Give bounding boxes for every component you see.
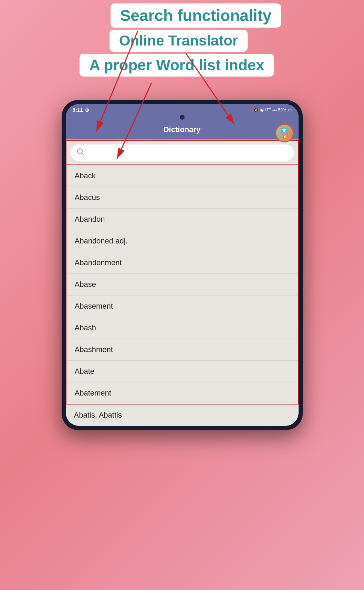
camera-dot [180, 115, 185, 120]
search-icon [77, 148, 84, 158]
status-right: 🔇 ◉ LTE ▪▪▪ 59% ▭ [253, 108, 291, 112]
list-item[interactable]: Abandoned adj. [66, 230, 298, 252]
list-item[interactable]: Abate [66, 361, 298, 382]
list-item[interactable]: Abandonment [66, 252, 298, 274]
list-item[interactable]: Abase [66, 274, 298, 296]
app-title: Dictionary [164, 125, 201, 134]
list-item-last[interactable]: Abatis, Abattis [66, 404, 299, 426]
status-time: 8:11 [73, 107, 83, 113]
svg-line-4 [82, 153, 84, 155]
online-translator-label: Online Translator [110, 30, 248, 52]
phone-screen: 8:11 ⊕ 🔇 ◉ LTE ▪▪▪ 59% ▭ Dictionary 文 A [66, 104, 299, 426]
camera-notch-area [66, 115, 299, 122]
signal-icon: ▪▪▪ [272, 108, 277, 112]
list-item[interactable]: Abandon [66, 209, 298, 230]
list-item[interactable]: Aback [66, 165, 298, 187]
wifi-icon: ◉ [260, 108, 263, 112]
list-item[interactable]: Abasement [66, 296, 298, 317]
search-container [66, 140, 299, 165]
list-item[interactable]: Abacus [66, 187, 298, 209]
translate-button[interactable]: 文 A [275, 124, 294, 142]
app-header: Dictionary 文 A [66, 122, 299, 139]
list-item[interactable]: Abash [66, 317, 298, 339]
list-item[interactable]: Abatement [66, 382, 298, 404]
translate-icon-chinese: 文 [281, 128, 288, 133]
search-box[interactable] [71, 144, 294, 161]
search-functionality-label: Search functionality [111, 3, 281, 28]
word-list: Aback Abacus Abandon Abandoned adj. Aban… [66, 165, 299, 404]
search-input[interactable] [89, 149, 288, 157]
whatsapp-icon: ⊕ [85, 107, 89, 113]
mute-icon: 🔇 [253, 108, 259, 112]
lte-icon: LTE [265, 108, 271, 112]
translate-icon: 文 A [281, 128, 288, 139]
battery-level: 59% [278, 108, 286, 112]
status-bar: 8:11 ⊕ 🔇 ◉ LTE ▪▪▪ 59% ▭ [66, 104, 299, 115]
list-item[interactable]: Abashment [66, 339, 298, 361]
status-left: 8:11 ⊕ [73, 107, 89, 113]
battery-icon: ▭ [288, 108, 292, 112]
word-list-index-label: A proper Word list index [80, 54, 274, 77]
translate-icon-english: A [283, 134, 288, 139]
phone-frame: 8:11 ⊕ 🔇 ◉ LTE ▪▪▪ 59% ▭ Dictionary 文 A [62, 100, 303, 430]
